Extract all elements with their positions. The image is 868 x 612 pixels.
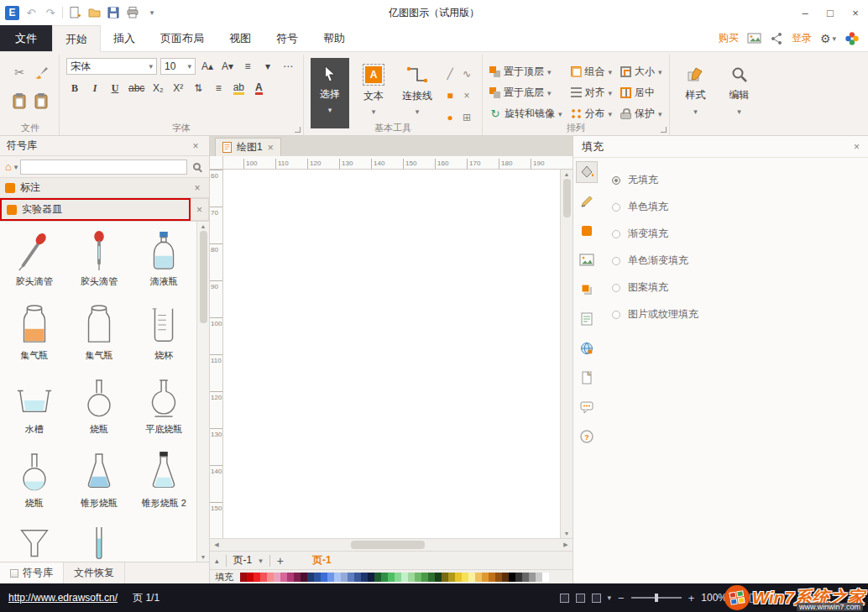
new-document-icon[interactable] bbox=[67, 5, 82, 20]
tab-view[interactable]: 视图 bbox=[217, 25, 264, 51]
protect-button[interactable]: 保护▾ bbox=[620, 107, 662, 121]
connector-tool-button[interactable]: 连接线 ▾ bbox=[398, 58, 437, 122]
chevron-down-icon[interactable]: ▾ bbox=[608, 594, 612, 602]
close-icon[interactable]: × bbox=[854, 141, 860, 153]
login-link[interactable]: 登录 bbox=[792, 31, 812, 45]
view-normal-icon[interactable] bbox=[560, 594, 569, 603]
tab-page-layout[interactable]: 页面布局 bbox=[148, 25, 217, 51]
close-icon[interactable]: × bbox=[191, 182, 204, 194]
tab-insert[interactable]: 插入 bbox=[101, 25, 148, 51]
center-button[interactable]: 居中 bbox=[620, 86, 662, 100]
symbol-item[interactable]: 滴液瓶 bbox=[132, 225, 196, 299]
add-page-button[interactable]: + bbox=[277, 554, 284, 568]
canvas-page[interactable] bbox=[223, 170, 560, 538]
quick-style-tool-icon[interactable] bbox=[576, 220, 598, 242]
scroll-up-icon[interactable]: ▲ bbox=[201, 223, 207, 229]
print-icon[interactable] bbox=[125, 5, 140, 20]
align-text-icon[interactable]: ≡ bbox=[239, 58, 256, 75]
undo-icon[interactable]: ↶ bbox=[24, 5, 39, 20]
image-tool-icon[interactable] bbox=[576, 249, 598, 271]
symbol-item[interactable]: 烧瓶 bbox=[2, 447, 66, 520]
section-labware[interactable]: 实验器皿 × bbox=[0, 198, 209, 222]
tab-home[interactable]: 开始 bbox=[52, 25, 101, 52]
dialog-launcher-icon[interactable] bbox=[661, 127, 667, 133]
open-folder-icon[interactable] bbox=[86, 5, 102, 20]
tab-symbol[interactable]: 符号 bbox=[264, 25, 311, 51]
edrawsoft-link[interactable]: http://www.edrawsoft.cn/ bbox=[8, 592, 118, 604]
scroll-right-icon[interactable]: ▶ bbox=[559, 541, 573, 548]
close-icon[interactable]: × bbox=[268, 142, 274, 154]
cut-icon[interactable]: ✂ bbox=[14, 65, 24, 79]
symbol-item-partial[interactable] bbox=[66, 520, 131, 562]
style-button[interactable]: 样式 ▾ bbox=[677, 58, 715, 122]
view-outline-icon[interactable] bbox=[576, 594, 585, 603]
search-icon[interactable] bbox=[193, 163, 201, 170]
help-tool-icon[interactable]: ? bbox=[576, 426, 598, 447]
size-button[interactable]: 大小▾ bbox=[620, 65, 662, 79]
symbol-item[interactable]: 烧杯 bbox=[132, 299, 196, 373]
fill-tool-icon[interactable] bbox=[576, 161, 598, 183]
document-tab[interactable]: 绘图1 × bbox=[215, 138, 281, 156]
fill-option-solid[interactable]: 单色填充 bbox=[612, 200, 868, 214]
home-icon[interactable]: ⌂ bbox=[5, 160, 12, 173]
increase-font-icon[interactable]: A▴ bbox=[199, 58, 216, 75]
fill-option-picture[interactable]: 图片或纹理填充 bbox=[612, 307, 868, 322]
close-icon[interactable]: × bbox=[189, 140, 202, 152]
symbol-item[interactable]: 水槽 bbox=[2, 373, 66, 447]
symbol-item[interactable]: 胶头滴管 bbox=[2, 225, 66, 299]
fill-option-pattern[interactable]: 图案填充 bbox=[612, 280, 868, 295]
font-family-select[interactable]: 宋体▾ bbox=[66, 58, 157, 75]
customize-toolbar-chevron-icon[interactable]: ▾ bbox=[144, 5, 159, 20]
symbol-panel-scrollbar[interactable]: ▲ ▼ bbox=[196, 222, 209, 562]
symbol-item[interactable]: 胶头滴管 bbox=[66, 225, 131, 299]
scrollbar-thumb[interactable] bbox=[351, 541, 425, 549]
paste-special-icon[interactable] bbox=[34, 92, 49, 109]
zoom-slider-thumb[interactable] bbox=[655, 594, 658, 602]
zoom-out-icon[interactable]: − bbox=[618, 592, 625, 604]
dialog-launcher-icon[interactable] bbox=[295, 127, 301, 133]
align-button[interactable]: 对齐▾ bbox=[571, 86, 613, 100]
line-style-tool-icon[interactable] bbox=[576, 191, 598, 212]
effects-tool-icon[interactable] bbox=[576, 279, 598, 301]
close-icon[interactable]: × bbox=[191, 198, 209, 221]
maximize-button[interactable]: □ bbox=[818, 3, 843, 23]
rectangle-tool-icon[interactable]: ■ bbox=[447, 90, 452, 102]
font-color-button[interactable]: A bbox=[250, 80, 267, 97]
comment-tool-icon[interactable] bbox=[576, 396, 598, 418]
symbol-search-input[interactable] bbox=[20, 160, 187, 175]
decrease-font-icon[interactable]: A▾ bbox=[219, 58, 236, 75]
labware-highlight-box[interactable]: 实验器皿 bbox=[0, 198, 191, 221]
canvas-horizontal-scrollbar[interactable]: ◀ ▶ bbox=[210, 538, 573, 551]
scroll-down-icon[interactable]: ▼ bbox=[564, 531, 570, 536]
underline-button[interactable]: U bbox=[107, 80, 123, 97]
scroll-down-icon[interactable]: ▼ bbox=[201, 554, 207, 560]
export-image-icon[interactable] bbox=[747, 32, 761, 44]
curve-tool-icon[interactable]: ∿ bbox=[463, 68, 471, 80]
symbol-item[interactable]: 集气瓶 bbox=[66, 299, 131, 373]
scroll-up-icon[interactable]: ▲ bbox=[564, 171, 570, 177]
paste-icon[interactable] bbox=[12, 92, 27, 109]
tab-file-recovery[interactable]: 文件恢复 bbox=[64, 562, 125, 583]
symbol-item[interactable]: 锥形烧瓶 bbox=[66, 447, 131, 520]
subscript-button[interactable]: X₂ bbox=[149, 80, 166, 97]
color-palette[interactable] bbox=[240, 573, 549, 582]
text-tool-button[interactable]: A 文本 ▾ bbox=[354, 58, 393, 122]
bring-to-front-button[interactable]: 置于顶层▾ bbox=[489, 65, 562, 79]
font-size-select[interactable]: 10▾ bbox=[160, 58, 196, 75]
symbol-item[interactable]: 平底烧瓶 bbox=[132, 373, 196, 447]
scroll-left-icon[interactable]: ◀ bbox=[210, 541, 223, 548]
rotate-mirror-button[interactable]: ↻旋转和镜像▾ bbox=[489, 107, 562, 121]
select-tool-button[interactable]: 选择 ▾ bbox=[311, 58, 349, 128]
chevron-down-icon[interactable]: ▾ bbox=[259, 58, 276, 75]
fill-option-none[interactable]: 无填充 bbox=[612, 173, 868, 187]
symbol-item[interactable]: 烧瓶 bbox=[66, 373, 131, 447]
note-tool-icon[interactable] bbox=[576, 308, 598, 330]
group-button[interactable]: 组合▾ bbox=[571, 65, 613, 79]
distribute-button[interactable]: 分布▾ bbox=[571, 107, 613, 121]
close-button[interactable]: × bbox=[843, 3, 868, 23]
redo-icon[interactable]: ↷ bbox=[43, 5, 58, 20]
page-list-chevron-icon[interactable]: ▴ bbox=[215, 557, 219, 565]
hyperlink-tool-icon[interactable] bbox=[576, 337, 598, 359]
minimize-button[interactable]: – bbox=[792, 3, 818, 23]
send-to-back-button[interactable]: 置于底层▾ bbox=[489, 86, 562, 100]
